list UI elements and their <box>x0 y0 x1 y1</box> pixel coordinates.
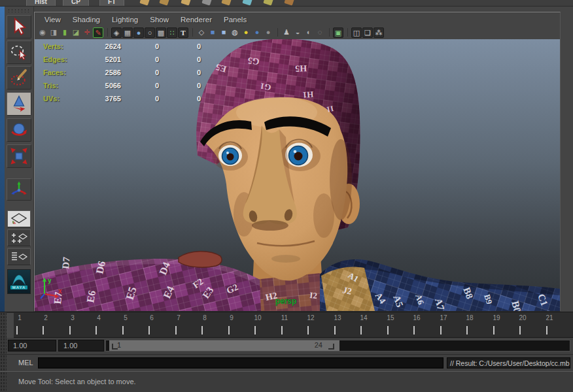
shelf-tab-ft[interactable]: FT <box>99 0 124 7</box>
lasso-tool-button[interactable] <box>7 41 31 64</box>
frame-overlap-icon[interactable]: ❏ <box>362 27 373 38</box>
texture-label: I2 <box>309 290 318 301</box>
share-node-icon[interactable]: ⁂ <box>373 27 384 38</box>
shaded-sphere-icon[interactable]: ● <box>133 27 144 38</box>
texture-label: D7 <box>60 256 72 269</box>
character-collar[interactable] <box>179 252 222 268</box>
layout-single-persp-button[interactable] <box>7 210 31 227</box>
smooth-shade-cube-icon[interactable]: ■ <box>207 27 218 38</box>
camera-name-label: persp <box>275 297 297 306</box>
lasso-icon <box>9 42 29 62</box>
help-text: Move Tool: Select an object to move. <box>18 378 136 385</box>
viewport-3d[interactable]: E5 G5 H5 G1 H1 I1 D7 D6 D4 E7 E6 E5 E4 E… <box>35 39 560 311</box>
scale-tool-button[interactable] <box>7 144 31 168</box>
hud-value: 0 <box>120 82 159 90</box>
command-row-handle[interactable] <box>0 355 7 371</box>
frame-number: 1 <box>12 314 27 321</box>
single-pane-layout-icon <box>9 212 29 225</box>
range-end-label: 24 <box>315 341 322 349</box>
range-slider[interactable]: 1 24 <box>105 340 570 351</box>
help-line: Move Tool: Select an object to move. <box>0 371 573 392</box>
menu-show[interactable]: Show <box>144 16 175 24</box>
fuzzy-sphere-icon[interactable]: ◌ <box>315 27 325 38</box>
move-tool-button[interactable] <box>7 92 31 116</box>
range-slider-active-bar[interactable]: 1 24 <box>109 340 339 351</box>
menu-lighting[interactable]: Lighting <box>106 16 144 24</box>
frame-number: 7 <box>171 314 186 321</box>
film-gate-icon[interactable]: ▦ <box>122 27 133 38</box>
range-row-handle[interactable] <box>0 338 7 354</box>
shelf-icon[interactable] <box>159 0 169 6</box>
grease-pencil-icon[interactable]: ✎ <box>93 27 103 38</box>
timeline-drag-handle[interactable] <box>0 312 7 338</box>
image-plane-icon[interactable]: ◪ <box>71 27 81 38</box>
rotate-tool-button[interactable] <box>7 118 31 142</box>
shelf-icon[interactable] <box>181 0 191 6</box>
hud-value: 0 <box>162 56 201 63</box>
lights-icon[interactable]: ● <box>241 27 251 38</box>
disc-icon[interactable]: ◒ <box>292 27 303 38</box>
select-camera-icon[interactable]: ◉ <box>37 27 48 38</box>
frame-tick <box>360 326 362 335</box>
texture-icon[interactable]: T <box>178 27 188 38</box>
plugin-cube-icon[interactable]: ◫ <box>351 27 362 38</box>
toolbox-drag-handle[interactable] <box>7 8 31 12</box>
help-row-handle <box>0 372 7 392</box>
shelf-icon[interactable] <box>242 0 252 6</box>
shelf-tab-hist[interactable]: Hist <box>26 0 56 7</box>
time-slider[interactable]: 1 2 3 4 5 6 7 8 9 10 11 12 13 14 15 16 1… <box>0 312 573 338</box>
shelf-icon[interactable] <box>201 0 212 6</box>
shelf-icon[interactable] <box>221 0 232 6</box>
texture-label: G1 <box>260 81 272 93</box>
resolution-gate-icon[interactable]: ○ <box>145 27 155 38</box>
menu-view[interactable]: View <box>39 16 67 24</box>
frame-tick <box>122 326 124 335</box>
menu-shading[interactable]: Shading <box>67 16 106 24</box>
toolbar-separator <box>346 28 349 37</box>
shelf-icon[interactable] <box>284 0 294 6</box>
frame-number: 4 <box>91 314 107 321</box>
layout-four-pane-button[interactable] <box>7 229 31 246</box>
menu-panels[interactable]: Panels <box>218 16 252 24</box>
bust-xray-icon[interactable]: ♟ <box>281 27 292 38</box>
wireframe-cube-icon[interactable]: ◇ <box>196 27 207 38</box>
animation-start-field[interactable] <box>58 340 104 351</box>
paint-select-tool-button[interactable] <box>7 66 31 90</box>
bounding-box-cube-icon[interactable]: ■ <box>218 27 229 38</box>
pan-zoom-icon[interactable]: ✛ <box>82 27 92 38</box>
wireframe-ball-icon[interactable]: ● <box>263 27 273 38</box>
layout-split-pane-button[interactable] <box>7 248 31 265</box>
menu-renderer[interactable]: Renderer <box>175 16 218 24</box>
range-end-handle[interactable] <box>328 344 334 350</box>
character-left-eye <box>218 142 242 166</box>
hud-value: 0 <box>120 95 159 103</box>
mel-command-input[interactable] <box>38 357 443 368</box>
frame-number: 2 <box>38 314 54 321</box>
default-material-icon[interactable]: ◍ <box>230 27 240 38</box>
grid-icon[interactable]: ◈ <box>111 27 122 38</box>
shaded-ball-icon[interactable]: ● <box>252 27 262 38</box>
rgb-channels-icon[interactable]: ∷ <box>167 27 177 38</box>
frame-number: 9 <box>224 314 239 321</box>
select-tool-button[interactable] <box>7 15 31 39</box>
frame-number: 8 <box>197 314 213 321</box>
playback-start-field[interactable] <box>8 340 56 351</box>
camera-attributes-icon[interactable]: ◨ <box>48 27 59 38</box>
frame-number: 11 <box>277 314 292 321</box>
scene-3d: E5 G5 H5 G1 H1 I1 D7 D6 D4 E7 E6 E5 E4 E… <box>35 39 560 311</box>
gate-mask-icon[interactable]: ▩ <box>156 27 166 38</box>
universal-manipulator-icon <box>9 180 29 199</box>
isolate-select-icon[interactable]: ▣ <box>333 27 343 38</box>
mel-label[interactable]: MEL <box>18 359 33 367</box>
frame-tick <box>519 326 521 335</box>
universal-manipulator-button[interactable] <box>7 178 31 201</box>
hud-value: 3765 <box>82 95 121 103</box>
shelf-icon[interactable] <box>263 0 273 6</box>
shelf-tab-cp[interactable]: CP <box>63 0 89 7</box>
maya-logo-button[interactable]: MAYA <box>7 269 31 294</box>
shelf-strip: Hist CP FT <box>0 0 573 7</box>
maya-window: Hist CP FT <box>0 0 573 392</box>
half-sphere-icon[interactable]: ◐ <box>304 27 314 38</box>
bookmark-icon[interactable]: ▮ <box>60 27 70 38</box>
shelf-icon[interactable] <box>139 0 150 6</box>
